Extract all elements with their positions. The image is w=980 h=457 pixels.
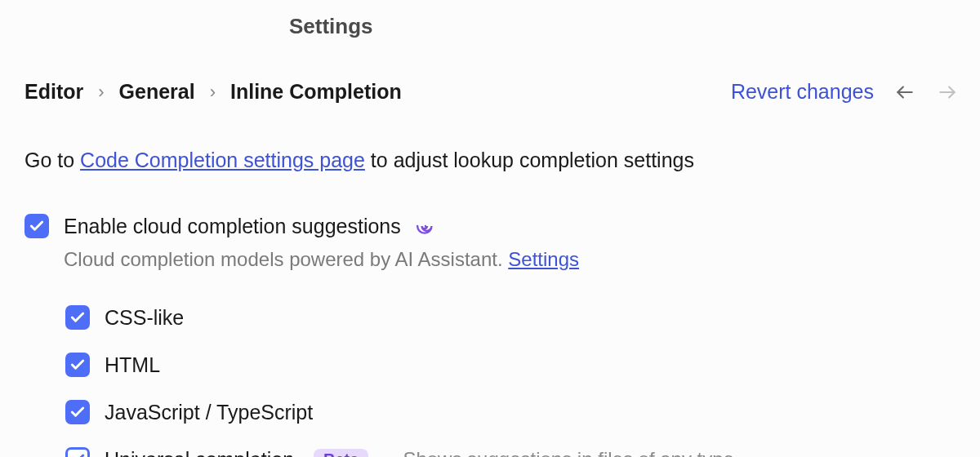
header-actions: Revert changes bbox=[731, 80, 959, 104]
language-option-universal: Universal completion Beta Shows suggesti… bbox=[65, 447, 956, 457]
check-icon bbox=[69, 309, 86, 326]
cloud-completion-description: Cloud completion models powered by AI As… bbox=[64, 248, 956, 271]
check-icon bbox=[29, 218, 45, 234]
arrow-right-icon bbox=[937, 82, 958, 103]
cloud-completion-row: Enable cloud completion suggestions bbox=[24, 214, 956, 238]
language-options: CSS-like HTML JavaScript / TypeScript Un… bbox=[65, 305, 956, 457]
beta-badge: Beta bbox=[314, 449, 368, 458]
universal-label: Universal completion bbox=[105, 448, 294, 458]
html-checkbox[interactable] bbox=[65, 353, 90, 377]
code-completion-settings-link[interactable]: Code Completion settings page bbox=[80, 149, 365, 171]
check-icon bbox=[69, 404, 86, 420]
cloud-completion-option: Enable cloud completion suggestions Clou… bbox=[24, 214, 956, 457]
breadcrumb-item-inline-completion: Inline Completion bbox=[230, 80, 402, 104]
check-icon bbox=[69, 357, 86, 373]
language-option-html: HTML bbox=[65, 353, 956, 377]
universal-checkbox[interactable] bbox=[65, 447, 90, 457]
css-checkbox[interactable] bbox=[65, 305, 90, 330]
language-option-css: CSS-like bbox=[65, 305, 956, 330]
js-ts-checkbox[interactable] bbox=[65, 400, 90, 424]
page-title: Settings bbox=[0, 0, 980, 39]
nav-forward-button[interactable] bbox=[936, 81, 959, 104]
intro-suffix: to adjust lookup completion settings bbox=[365, 149, 694, 171]
nav-back-button[interactable] bbox=[893, 81, 916, 104]
cloud-completion-checkbox[interactable] bbox=[24, 214, 49, 238]
js-ts-label: JavaScript / TypeScript bbox=[105, 401, 313, 424]
language-option-js-ts: JavaScript / TypeScript bbox=[65, 400, 956, 424]
chevron-right-icon: › bbox=[210, 82, 216, 103]
cloud-completion-label: Enable cloud completion suggestions bbox=[64, 215, 401, 238]
check-icon bbox=[69, 451, 86, 457]
header-row: Editor › General › Inline Completion Rev… bbox=[0, 39, 980, 104]
ai-assistant-settings-link[interactable]: Settings bbox=[508, 248, 579, 270]
revert-changes-link[interactable]: Revert changes bbox=[731, 80, 874, 104]
html-label: HTML bbox=[105, 353, 160, 377]
css-label: CSS-like bbox=[105, 306, 184, 330]
arrow-left-icon bbox=[894, 82, 915, 103]
desc-text: Cloud completion models powered by AI As… bbox=[64, 248, 508, 270]
universal-description: Shows suggestions in files of any type bbox=[403, 448, 734, 457]
breadcrumb-item-editor[interactable]: Editor bbox=[24, 80, 83, 104]
content: Go to Code Completion settings page to a… bbox=[0, 104, 980, 457]
breadcrumb-item-general[interactable]: General bbox=[119, 80, 195, 104]
spiral-icon bbox=[416, 215, 437, 237]
chevron-right-icon: › bbox=[98, 82, 104, 103]
breadcrumb: Editor › General › Inline Completion bbox=[24, 80, 402, 104]
intro-text: Go to Code Completion settings page to a… bbox=[24, 146, 956, 175]
intro-prefix: Go to bbox=[24, 149, 80, 171]
